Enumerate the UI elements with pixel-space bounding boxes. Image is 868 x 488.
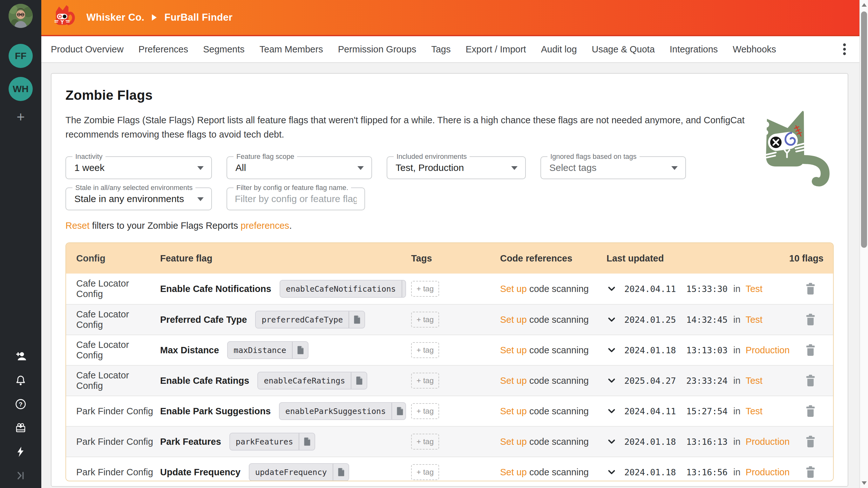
expand-row-chevron-icon[interactable]	[607, 375, 617, 386]
copy-key-button[interactable]	[402, 280, 406, 297]
delete-flag-button[interactable]	[805, 344, 816, 357]
help-icon[interactable]: ?	[14, 398, 27, 410]
configcat-logo-icon[interactable]	[50, 3, 78, 32]
reset-line-period: .	[289, 220, 292, 231]
nav-item[interactable]: Product Overview	[51, 44, 124, 55]
zombie-cat-illustration	[757, 108, 833, 187]
scrollbar-down-arrow-icon[interactable]	[862, 481, 867, 485]
flag-key: enableCafeRatings	[258, 376, 351, 386]
copy-key-button[interactable]	[299, 433, 314, 450]
table-row: Park Finder Config Update Frequency upda…	[66, 457, 833, 481]
add-tag-button[interactable]: + tag	[411, 281, 439, 297]
col-header-last-updated: Last updated	[601, 253, 779, 264]
expand-row-chevron-icon[interactable]	[607, 406, 617, 416]
filter-field[interactable]: Ignored flags based on tags Select tags	[540, 156, 686, 179]
gift-icon[interactable]	[14, 422, 27, 434]
page-description: The Zombie Flags (Stale Flags) Report li…	[65, 113, 752, 142]
preferences-link[interactable]: preferences	[241, 220, 289, 231]
expand-row-chevron-icon[interactable]	[607, 436, 617, 447]
copy-key-button[interactable]	[351, 372, 367, 389]
filter-field[interactable]: Filter by config or feature flag name.	[226, 187, 365, 210]
table-row: Cafe Locator Config Max Distance maxDist…	[66, 335, 833, 365]
delete-flag-button[interactable]	[805, 313, 816, 326]
copy-key-button[interactable]	[292, 342, 308, 358]
zombie-flags-table: Config Feature flag Tags Code references…	[65, 242, 834, 481]
expand-row-chevron-icon[interactable]	[607, 467, 617, 477]
nav-item[interactable]: Preferences	[138, 44, 188, 55]
person-add-icon[interactable]	[14, 350, 27, 363]
filter-field[interactable]: Stale in all/any selected environments S…	[65, 187, 212, 210]
filter-field[interactable]: Feature flag scope All	[226, 156, 372, 179]
breadcrumb-product[interactable]: FurBall Finder	[164, 12, 232, 23]
workspace-switcher: FF WH +	[0, 44, 41, 124]
nav-item[interactable]: Webhooks	[733, 44, 776, 55]
setup-code-scanning-link[interactable]: Set up	[500, 345, 527, 356]
setup-code-scanning-link[interactable]: Set up	[500, 467, 527, 478]
delete-flag-button[interactable]	[805, 466, 816, 479]
reset-filters-link[interactable]: Reset	[65, 220, 90, 231]
flag-key-badge: maxDistance	[227, 341, 309, 359]
setup-code-scanning-link[interactable]: Set up	[500, 436, 527, 447]
bell-icon[interactable]	[14, 374, 27, 386]
filter-field[interactable]: Inactivity 1 week	[65, 156, 212, 179]
expand-row-chevron-icon[interactable]	[607, 345, 617, 355]
add-tag-button[interactable]: + tag	[411, 342, 439, 358]
flag-key-badge: preferredCafeType	[255, 311, 365, 329]
user-avatar[interactable]	[8, 4, 33, 28]
scrollbar-thumb[interactable]	[861, 11, 867, 248]
add-workspace-button[interactable]: +	[8, 110, 33, 124]
add-tag-button[interactable]: + tag	[411, 434, 439, 450]
col-header-tags: Tags	[406, 253, 495, 264]
workspace-avatar[interactable]: WH	[8, 77, 33, 101]
scrollbar-up-arrow-icon[interactable]	[862, 3, 867, 7]
delete-flag-button[interactable]	[805, 282, 816, 295]
nav-item[interactable]: Permission Groups	[338, 44, 416, 55]
filter-text-input[interactable]	[227, 188, 365, 210]
nav-item[interactable]: Audit log	[541, 44, 577, 55]
delete-flag-button[interactable]	[805, 374, 816, 387]
copy-key-button[interactable]	[392, 403, 406, 419]
col-header-code-references: Code references	[495, 253, 601, 264]
add-tag-button[interactable]: + tag	[411, 312, 439, 328]
expand-row-chevron-icon[interactable]	[607, 314, 617, 325]
nav-item[interactable]: Tags	[431, 44, 451, 55]
flag-count: 10 flags	[779, 253, 833, 264]
setup-code-scanning-link[interactable]: Set up	[500, 406, 527, 417]
nav-item[interactable]: Integrations	[670, 44, 718, 55]
code-scanning-label: code scanning	[527, 406, 589, 417]
flag-name: Enable Cafe Notifications	[160, 284, 271, 294]
breadcrumb-organization[interactable]: Whisker Co.	[86, 12, 144, 23]
in-label: in	[733, 345, 741, 356]
add-tag-button[interactable]: + tag	[411, 464, 439, 480]
config-name: Cafe Locator Config	[66, 309, 155, 330]
nav-item[interactable]: Segments	[203, 44, 245, 55]
config-name: Park Finder Config	[66, 406, 155, 417]
environment-link[interactable]: Test	[746, 375, 763, 386]
setup-code-scanning-link[interactable]: Set up	[500, 314, 527, 325]
kebab-menu-icon[interactable]	[842, 42, 847, 56]
flag-key: updateFrequency	[249, 468, 333, 477]
add-tag-button[interactable]: + tag	[411, 403, 439, 419]
workspace-avatar[interactable]: FF	[8, 44, 33, 68]
dropdown-arrow-icon	[197, 166, 204, 170]
collapse-sidebar-icon[interactable]	[14, 469, 27, 482]
setup-code-scanning-link[interactable]: Set up	[500, 284, 527, 294]
filter-field[interactable]: Included environments Test, Production	[387, 156, 526, 179]
delete-flag-button[interactable]	[805, 435, 816, 448]
add-tag-button[interactable]: + tag	[411, 373, 439, 389]
copy-key-button[interactable]	[348, 311, 365, 328]
environment-link[interactable]: Test	[746, 314, 763, 325]
nav-item[interactable]: Usage & Quota	[592, 44, 655, 55]
svg-text:?: ?	[19, 401, 23, 407]
environment-link[interactable]: Test	[746, 406, 763, 417]
delete-flag-button[interactable]	[805, 405, 816, 418]
copy-key-button[interactable]	[333, 464, 348, 480]
setup-code-scanning-link[interactable]: Set up	[500, 375, 527, 386]
nav-item[interactable]: Team Members	[259, 44, 323, 55]
environment-link[interactable]: Test	[746, 284, 763, 294]
dropdown-arrow-icon	[358, 166, 364, 170]
in-label: in	[733, 467, 741, 478]
nav-item[interactable]: Export / Import	[465, 44, 526, 55]
expand-row-chevron-icon[interactable]	[607, 284, 617, 294]
lightning-icon[interactable]	[14, 446, 27, 458]
